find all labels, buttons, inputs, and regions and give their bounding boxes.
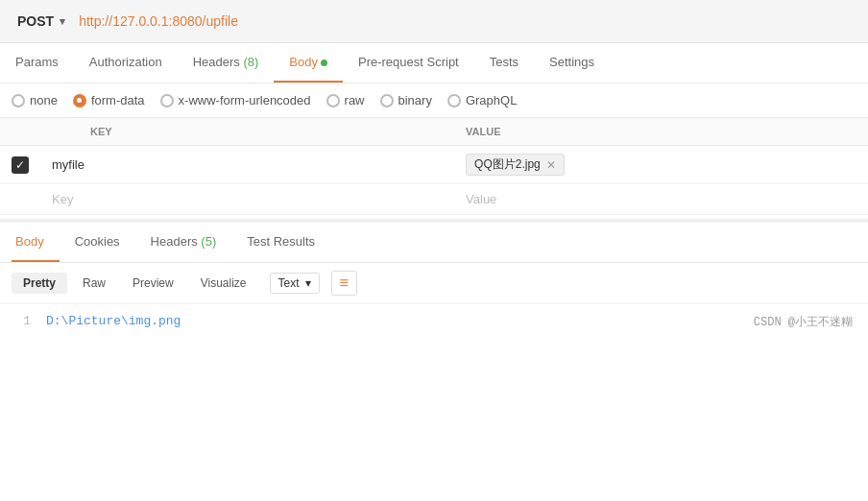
col-value-header: VALUE xyxy=(454,118,868,146)
row-value-cell[interactable]: QQ图片2.jpg ✕ xyxy=(454,146,868,184)
table-row: ✓ myfile QQ图片2.jpg ✕ xyxy=(0,146,868,184)
format-pretty-button[interactable]: Pretty xyxy=(12,273,67,294)
text-type-select[interactable]: Text ▾ xyxy=(270,273,320,294)
response-tabs: Body Cookies Headers (5) Test Results xyxy=(0,223,868,263)
method-select[interactable]: POST ▾ xyxy=(12,10,71,33)
format-visualize-button[interactable]: Visualize xyxy=(189,273,258,294)
code-area: 1 D:\Picture\img.png CSDN @小王不迷糊 xyxy=(0,304,868,338)
line-numbers: 1 xyxy=(12,314,31,328)
params-table-wrapper: KEY VALUE ✓ myfile QQ图片2.jpg ✕ xyxy=(0,118,868,215)
code-content: D:\Picture\img.png xyxy=(46,314,181,328)
format-preview-button[interactable]: Preview xyxy=(121,273,185,294)
word-wrap-button[interactable]: ≡ xyxy=(331,271,357,296)
radio-raw[interactable]: raw xyxy=(326,93,365,107)
tab-settings[interactable]: Settings xyxy=(534,43,610,83)
tab-authorization[interactable]: Authorization xyxy=(74,43,178,83)
table-row-placeholder: Key Value xyxy=(0,184,868,215)
radio-graphql[interactable]: GraphQL xyxy=(447,93,517,107)
col-key-header: KEY xyxy=(40,118,454,146)
main-tabs: Params Authorization Headers (8) Body Pr… xyxy=(0,43,868,84)
tab-headers[interactable]: Headers (8) xyxy=(178,43,275,83)
radio-circle-graphql xyxy=(447,94,461,107)
radio-urlencoded[interactable]: x-www-form-urlencoded xyxy=(160,93,311,107)
file-tag: QQ图片2.jpg ✕ xyxy=(466,154,565,176)
url-bar: POST ▾ xyxy=(0,0,868,43)
resp-tab-test-results[interactable]: Test Results xyxy=(231,223,330,262)
tab-tests[interactable]: Tests xyxy=(474,43,534,83)
tab-pre-request[interactable]: Pre-request Script xyxy=(343,43,474,83)
tab-body[interactable]: Body xyxy=(274,43,343,83)
tab-params[interactable]: Params xyxy=(12,43,74,83)
placeholder-value-cell[interactable]: Value xyxy=(454,184,868,215)
radio-circle-none xyxy=(12,94,25,107)
checkbox-checked[interactable]: ✓ xyxy=(12,156,29,174)
radio-circle-raw xyxy=(326,94,340,107)
radio-binary[interactable]: binary xyxy=(380,93,432,107)
resp-tab-cookies[interactable]: Cookies xyxy=(60,223,135,262)
method-label: POST xyxy=(17,13,54,29)
radio-none[interactable]: none xyxy=(12,93,58,107)
radio-circle-binary xyxy=(380,94,394,107)
body-dot xyxy=(321,60,327,66)
params-table: KEY VALUE ✓ myfile QQ图片2.jpg ✕ xyxy=(0,118,868,215)
body-type-row: none form-data x-www-form-urlencoded raw… xyxy=(0,84,868,118)
row-checkbox-cell[interactable]: ✓ xyxy=(0,146,40,184)
resp-tab-body[interactable]: Body xyxy=(12,223,60,262)
resp-toolbar: Pretty Raw Preview Visualize Text ▾ ≡ xyxy=(0,263,868,304)
format-raw-button[interactable]: Raw xyxy=(71,273,117,294)
watermark: CSDN @小王不迷糊 xyxy=(754,314,853,330)
file-remove-icon[interactable]: ✕ xyxy=(546,158,556,172)
word-wrap-icon: ≡ xyxy=(340,274,349,292)
placeholder-key-cell[interactable]: Key xyxy=(40,184,454,215)
radio-form-data[interactable]: form-data xyxy=(73,93,145,107)
response-section: Body Cookies Headers (5) Test Results Pr… xyxy=(0,219,868,338)
radio-circle-form-data xyxy=(73,94,86,107)
col-checkbox xyxy=(0,118,40,146)
resp-tab-headers[interactable]: Headers (5) xyxy=(135,223,232,262)
url-input[interactable] xyxy=(79,13,856,29)
method-chevron: ▾ xyxy=(60,15,65,28)
placeholder-checkbox-cell xyxy=(0,184,40,215)
row-key-cell[interactable]: myfile xyxy=(40,146,454,184)
radio-circle-urlencoded xyxy=(160,94,174,107)
